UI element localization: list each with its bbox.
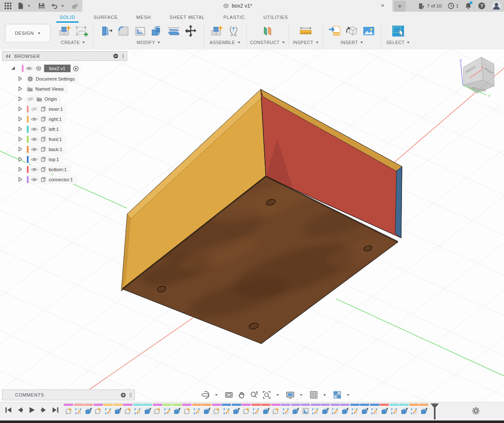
- minimize-panel-icon[interactable]: [113, 53, 118, 59]
- new-component-icon[interactable]: [57, 24, 73, 39]
- nav-display[interactable]: [286, 390, 306, 400]
- group-label-construct[interactable]: CONSTRUCT: [250, 40, 285, 45]
- nav-zoom[interactable]: [249, 390, 259, 400]
- timeline-feature-15-extrude[interactable]: [202, 404, 211, 415]
- timeline-feature-11-sketch[interactable]: [163, 404, 172, 415]
- shell-sm-icon[interactable]: [302, 407, 310, 415]
- expand-arrow-icon[interactable]: [18, 126, 23, 132]
- measure-icon[interactable]: [298, 24, 314, 39]
- timeline-feature-2-sketch[interactable]: [74, 404, 83, 415]
- component-icon[interactable]: [65, 407, 73, 415]
- joint-icon[interactable]: [226, 24, 242, 39]
- tab-mesh[interactable]: MESH: [136, 13, 152, 22]
- tab-surface[interactable]: SURFACE: [93, 13, 119, 22]
- timeline-feature-25-shell[interactable]: [301, 404, 310, 415]
- timeline-feature-1-component[interactable]: [64, 404, 73, 415]
- timeline-feature-17-sketch[interactable]: [222, 404, 231, 415]
- eye-icon[interactable]: [31, 146, 38, 152]
- component-icon[interactable]: [213, 407, 220, 415]
- caret-icon[interactable]: [297, 390, 306, 400]
- timeline-feature-3-extrude[interactable]: [84, 404, 93, 415]
- sketch-icon[interactable]: [74, 407, 82, 415]
- extrude-icon[interactable]: [262, 407, 270, 415]
- view-cube[interactable]: FRONT RIGHT BOTTOM Z Y X: [459, 57, 494, 98]
- box-model[interactable]: [121, 89, 402, 344]
- eye-icon[interactable]: [31, 126, 38, 132]
- nav-viewports[interactable]: [333, 390, 353, 400]
- gridset-icon[interactable]: [309, 390, 318, 400]
- sketch-icon[interactable]: [370, 407, 378, 415]
- timeline-feature-35-extrude[interactable]: [399, 404, 409, 415]
- undo-button[interactable]: [49, 1, 68, 10]
- caret-icon[interactable]: [212, 390, 221, 400]
- eye-icon[interactable]: [26, 65, 33, 71]
- timeline-feature-27-extrude[interactable]: [320, 404, 330, 415]
- pan-icon[interactable]: [237, 390, 246, 400]
- timeline-feature-8-sketch[interactable]: [133, 404, 142, 415]
- tree-row-top-1[interactable]: top:1: [2, 154, 127, 164]
- extrude-icon[interactable]: [84, 407, 92, 415]
- sketch-icon[interactable]: [390, 407, 398, 415]
- extrude-icon[interactable]: [232, 407, 240, 415]
- job-status-indicator[interactable]: 1: [448, 3, 459, 9]
- tree-row-right-1[interactable]: right:1: [2, 114, 127, 124]
- tree-row-named-views[interactable]: Named Views: [2, 84, 127, 94]
- panel-grip-icon[interactable]: [129, 392, 132, 398]
- sketch-icon[interactable]: [410, 407, 418, 415]
- sketch-icon[interactable]: [311, 407, 319, 415]
- expand-arrow-icon[interactable]: [18, 116, 23, 122]
- eye-icon[interactable]: [31, 167, 38, 172]
- timeline-feature-36-sketch[interactable]: [410, 404, 419, 415]
- sketch-icon[interactable]: [351, 407, 359, 415]
- timeline-feature-23-sketch[interactable]: [281, 404, 290, 415]
- timeline-feature-10-component[interactable]: [153, 404, 162, 415]
- playback-step-back-button[interactable]: [16, 406, 24, 414]
- sketch-icon[interactable]: [134, 407, 142, 415]
- timeline-feature-16-component[interactable]: [212, 404, 221, 415]
- extrude-icon[interactable]: [321, 407, 329, 415]
- sketch-icon[interactable]: [223, 407, 231, 415]
- browser-root-row[interactable]: box2 v1: [2, 63, 127, 74]
- sketch-icon[interactable]: [104, 407, 112, 415]
- timeline-feature-30-sketch[interactable]: [350, 404, 360, 415]
- new-tab-button[interactable]: +: [394, 1, 406, 12]
- lookat-icon[interactable]: [224, 390, 234, 400]
- combine-icon[interactable]: [149, 24, 165, 39]
- expand-arrow-icon[interactable]: [18, 177, 23, 183]
- timeline-feature-28-sketch[interactable]: [331, 404, 340, 415]
- tree-row-bottom-1[interactable]: bottom:1: [2, 164, 127, 175]
- sketch-icon[interactable]: [163, 407, 171, 415]
- nav-gridset[interactable]: [309, 390, 329, 400]
- timeline-feature-26-sketch[interactable]: [311, 404, 320, 415]
- timeline-feature-5-sketch[interactable]: [103, 404, 113, 415]
- timeline-feature-12-extrude[interactable]: [173, 404, 182, 415]
- eye-icon[interactable]: [31, 157, 38, 162]
- eye-icon[interactable]: [31, 177, 38, 183]
- eye-off-icon[interactable]: [31, 106, 38, 112]
- component-icon[interactable]: [183, 407, 191, 415]
- plane-icon[interactable]: [260, 24, 276, 39]
- versions-indicator[interactable]: 7 of 10: [418, 3, 441, 10]
- eye-off-icon[interactable]: [27, 96, 34, 102]
- activate-radio-icon[interactable]: [73, 65, 79, 72]
- nav-pan[interactable]: [237, 390, 246, 400]
- sketch-icon[interactable]: [331, 407, 339, 415]
- playback-play-button[interactable]: [28, 406, 36, 414]
- extrude-icon[interactable]: [114, 407, 122, 415]
- timeline-feature-34-sketch[interactable]: [390, 404, 399, 415]
- tree-row-left-1[interactable]: left:1: [2, 124, 127, 134]
- create-sketch-icon[interactable]: [74, 24, 89, 39]
- timeline-feature-7-component[interactable]: [123, 404, 132, 415]
- extrude-icon[interactable]: [361, 407, 369, 415]
- expand-arrow-icon[interactable]: [18, 146, 23, 152]
- timeline-settings-gear-icon[interactable]: [471, 406, 480, 415]
- tree-row-back-1[interactable]: back:1: [2, 144, 127, 154]
- component-icon[interactable]: [153, 407, 161, 415]
- extrude-icon[interactable]: [291, 407, 299, 415]
- root-component-label[interactable]: box2 v1: [44, 65, 71, 72]
- timeline-position-marker[interactable]: [429, 403, 440, 420]
- shell-icon[interactable]: [132, 24, 148, 39]
- expand-arrow-icon[interactable]: [10, 65, 16, 71]
- timeline-feature-19-component[interactable]: [242, 404, 251, 415]
- comments-bar[interactable]: COMMENTS: [2, 389, 135, 400]
